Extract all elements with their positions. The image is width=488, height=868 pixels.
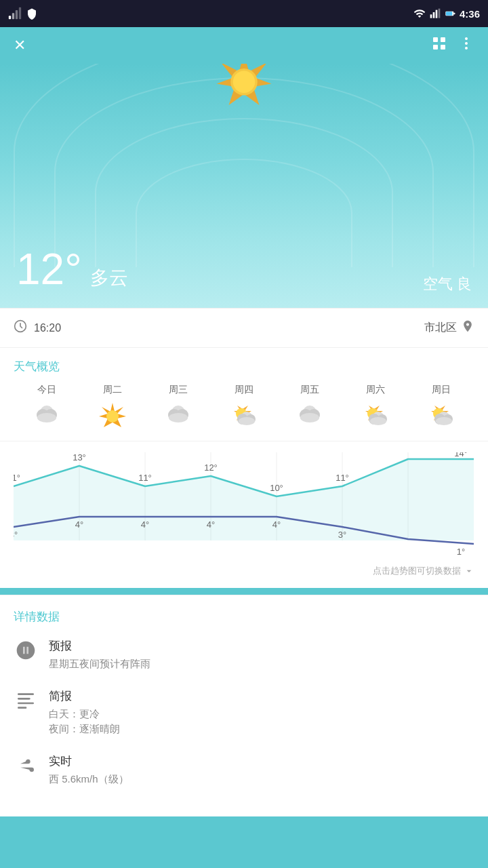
clock-icon <box>14 319 27 336</box>
day-icon-3 <box>229 400 259 430</box>
weather-hero: 12° 多云 空气 良 <box>0 64 488 308</box>
svg-point-16 <box>465 42 468 45</box>
svg-rect-77 <box>18 702 34 704</box>
svg-text:4°: 4° <box>272 519 281 530</box>
wifi-icon <box>413 7 426 20</box>
time-row: 16:20 <box>14 319 61 336</box>
svg-rect-3 <box>19 7 21 20</box>
condition: 多云 <box>90 265 128 291</box>
day-item-6: 周日 <box>409 384 474 430</box>
security-icon <box>26 7 38 20</box>
svg-text:14°: 14° <box>454 452 468 458</box>
day-icon-5 <box>361 400 390 430</box>
svg-text:1°: 1° <box>457 547 465 557</box>
svg-text:3°: 3° <box>14 530 18 540</box>
overview-title: 天气概览 <box>14 359 474 374</box>
svg-rect-13 <box>433 45 438 50</box>
detail-item-2: 实时 西 5.6km/h（级） <box>14 753 474 787</box>
header-close[interactable]: ✕ <box>14 37 26 54</box>
svg-text:11°: 11° <box>336 473 349 483</box>
svg-text:12°: 12° <box>204 462 218 473</box>
app-header: ✕ <box>0 27 488 64</box>
day-icon-1 <box>98 400 127 430</box>
detail-title: 详情数据 <box>14 609 474 625</box>
svg-rect-7 <box>439 9 441 18</box>
detail-item-0: 预报 星期五夜间预计有阵雨 <box>14 638 474 672</box>
detail-section: 详情数据 预报 星期五夜间预计有阵雨 简报 白天：更冷 夜间：逐渐晴朗 <box>0 595 488 816</box>
day-item-2: 周三 <box>145 384 211 430</box>
day-icon-4 <box>295 400 325 430</box>
status-bar-left <box>8 7 38 20</box>
day-label-3: 周四 <box>235 384 253 396</box>
weather-overview: 天气概览 今日 周二 周三 <box>0 347 488 441</box>
battery-icon <box>445 8 455 19</box>
svg-rect-4 <box>430 14 432 18</box>
signal-icon <box>8 7 22 20</box>
svg-text:11°: 11° <box>14 473 20 483</box>
svg-text:10°: 10° <box>270 483 283 493</box>
day-icon-0 <box>32 400 62 430</box>
grid-icon[interactable] <box>431 35 447 56</box>
svg-rect-2 <box>16 10 18 19</box>
temp-chart[interactable]: 11° 13° 11° 12° 10° 11° 14° 3° 4° 4° 4° … <box>0 441 488 588</box>
detail-content-2: 实时 西 5.6km/h（级） <box>49 753 474 787</box>
svg-rect-6 <box>436 10 438 18</box>
svg-text:4°: 4° <box>207 519 215 530</box>
days-row: 今日 周二 周三 <box>14 384 474 430</box>
current-time: 16:20 <box>34 322 61 334</box>
day-label-2: 周三 <box>169 384 188 396</box>
svg-point-17 <box>465 47 468 50</box>
detail-label-2: 实时 <box>49 753 474 769</box>
header-icons <box>431 35 474 56</box>
svg-rect-0 <box>9 16 11 19</box>
signal-bars-icon <box>430 8 441 19</box>
chart-svg: 11° 13° 11° 12° 10° 11° 14° 3° 4° 4° 4° … <box>14 452 474 561</box>
day-icon-6 <box>426 400 456 430</box>
status-time: 4:36 <box>460 8 480 20</box>
more-icon[interactable] <box>458 35 474 56</box>
status-bar-right: 4:36 <box>413 7 480 20</box>
status-bar: 4:36 <box>0 0 488 27</box>
wind-icon <box>14 753 38 778</box>
svg-rect-1 <box>12 13 14 19</box>
svg-text:4°: 4° <box>141 519 149 530</box>
svg-rect-75 <box>18 693 34 695</box>
svg-rect-76 <box>18 698 30 700</box>
svg-rect-10 <box>453 13 455 15</box>
air-quality: 空气 良 <box>423 274 472 294</box>
briefing-icon <box>14 688 38 713</box>
chart-area: 11° 13° 11° 12° 10° 11° 14° 3° 4° 4° 4° … <box>14 452 474 561</box>
day-label-0: 今日 <box>37 384 56 396</box>
svg-rect-14 <box>441 45 445 50</box>
detail-content-1: 简报 白天：更冷 夜间：逐渐晴朗 <box>49 688 474 737</box>
chevron-down-icon <box>464 566 474 576</box>
detail-label-0: 预报 <box>49 638 474 654</box>
day-icon-2 <box>163 400 193 430</box>
day-item-4: 周五 <box>277 384 343 430</box>
svg-text:13°: 13° <box>73 452 86 462</box>
svg-point-27 <box>106 410 119 422</box>
chart-hint[interactable]: 点击趋势图可切换数据 <box>14 565 474 577</box>
svg-point-47 <box>370 417 386 425</box>
close-icon[interactable]: ✕ <box>14 37 26 54</box>
temperature: 12° <box>16 244 82 294</box>
svg-point-31 <box>169 413 188 422</box>
day-label-6: 周日 <box>432 384 451 396</box>
detail-value-1: 白天：更冷 夜间：逐渐晴朗 <box>49 707 474 737</box>
day-label-4: 周五 <box>300 384 319 396</box>
time-location-row: 16:20 市北区 <box>14 319 474 336</box>
day-label-1: 周二 <box>103 384 122 396</box>
location-text: 市北区 <box>424 321 457 335</box>
location-icon <box>461 319 474 336</box>
svg-rect-9 <box>446 12 452 15</box>
day-label-5: 周六 <box>366 384 385 396</box>
svg-point-37 <box>239 417 255 425</box>
day-item-1: 周二 <box>79 384 145 430</box>
svg-rect-12 <box>441 37 445 42</box>
chart-hint-text: 点击趋势图可切换数据 <box>373 565 461 577</box>
info-card: 16:20 市北区 <box>0 308 488 347</box>
detail-item-1: 简报 白天：更冷 夜间：逐渐晴朗 <box>14 688 474 737</box>
svg-rect-78 <box>18 707 26 709</box>
svg-point-15 <box>465 37 468 40</box>
temp-condition: 12° 多云 <box>16 244 128 294</box>
